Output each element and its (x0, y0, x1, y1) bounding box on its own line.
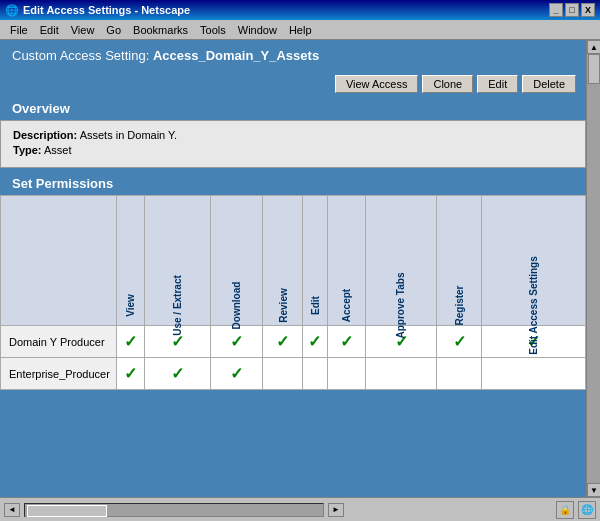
titlebar-controls[interactable]: _ □ X (549, 3, 595, 17)
cell-0-4: ✓ (303, 326, 328, 358)
menu-tools[interactable]: Tools (194, 23, 232, 37)
checkmark-icon: ✓ (230, 333, 243, 350)
col-label-accept: Accept (341, 289, 352, 322)
checkmark-icon: ✓ (124, 365, 137, 382)
col-label-register: Register (454, 285, 465, 325)
header-prefix: Custom Access Setting: (12, 48, 153, 63)
col-label-edit-access: Edit Access Settings (528, 256, 539, 355)
menu-go[interactable]: Go (100, 23, 127, 37)
col-header-review: Review (263, 196, 303, 326)
menu-bookmarks[interactable]: Bookmarks (127, 23, 194, 37)
checkmark-icon: ✓ (124, 333, 137, 350)
col-header-edit: Edit (303, 196, 328, 326)
cell-1-4 (303, 358, 328, 390)
cell-1-8 (482, 358, 586, 390)
status-icon-2: 🌐 (578, 501, 596, 519)
checkmark-icon: ✓ (308, 333, 321, 350)
statusbar: ◄ ► 🔒 🌐 (0, 497, 600, 521)
cell-1-0: ✓ (116, 358, 144, 390)
h-scroll-track (24, 503, 324, 517)
cell-1-2: ✓ (210, 358, 263, 390)
window-title: Edit Access Settings - Netscape (23, 4, 190, 16)
cell-1-1: ✓ (145, 358, 211, 390)
cell-0-0: ✓ (116, 326, 144, 358)
view-access-button[interactable]: View Access (335, 75, 419, 93)
col-header-approve-tabs: Approve Tabs (366, 196, 437, 326)
type-value: Asset (44, 144, 72, 156)
header-title: Access_Domain_Y_Assets (153, 48, 319, 63)
permissions-table-container: View Use / Extract Download (0, 195, 586, 390)
cell-1-3 (263, 358, 303, 390)
table-row: Domain Y Producer✓✓✓✓✓✓✓✓✓ (1, 326, 586, 358)
edit-button[interactable]: Edit (477, 75, 518, 93)
col-label-download: Download (231, 282, 242, 330)
menu-help[interactable]: Help (283, 23, 318, 37)
overview-section-header: Overview (0, 97, 586, 120)
h-scroll-left-button[interactable]: ◄ (4, 503, 20, 517)
col-header-accept: Accept (327, 196, 366, 326)
col-header-download: Download (210, 196, 263, 326)
clone-button[interactable]: Clone (422, 75, 473, 93)
col-header-use-extract: Use / Extract (145, 196, 211, 326)
menu-file[interactable]: File (4, 23, 34, 37)
description-value: Assets in Domain Y. (80, 129, 177, 141)
table-row: Enterprise_Producer✓✓✓ (1, 358, 586, 390)
checkmark-icon: ✓ (340, 333, 353, 350)
page-header: Custom Access Setting: Access_Domain_Y_A… (0, 40, 586, 71)
action-toolbar: View Access Clone Edit Delete (0, 71, 586, 97)
description-label: Description: (13, 129, 77, 141)
table-header-row: View Use / Extract Download (1, 196, 586, 326)
cell-1-7 (437, 358, 482, 390)
cell-0-5: ✓ (327, 326, 366, 358)
checkmark-icon: ✓ (171, 365, 184, 382)
h-scroll-right-button[interactable]: ► (328, 503, 344, 517)
window-titlebar: 🌐 Edit Access Settings - Netscape _ □ X (0, 0, 600, 20)
scroll-track (587, 54, 600, 483)
permissions-table: View Use / Extract Download (0, 195, 586, 390)
checkmark-icon: ✓ (276, 333, 289, 350)
cell-1-6 (366, 358, 437, 390)
row-name-0: Domain Y Producer (1, 326, 117, 358)
type-row: Type: Asset (13, 144, 573, 156)
permissions-section: Set Permissions View (0, 172, 586, 390)
cell-0-7: ✓ (437, 326, 482, 358)
col-header-view: View (116, 196, 144, 326)
menu-window[interactable]: Window (232, 23, 283, 37)
type-label: Type: (13, 144, 42, 156)
main-content: Custom Access Setting: Access_Domain_Y_A… (0, 40, 600, 497)
cell-1-5 (327, 358, 366, 390)
delete-button[interactable]: Delete (522, 75, 576, 93)
maximize-button[interactable]: □ (565, 3, 579, 17)
h-scroll-thumb[interactable] (27, 505, 107, 517)
col-header-register: Register (437, 196, 482, 326)
col-label-approve-tabs: Approve Tabs (396, 273, 407, 339)
cell-0-3: ✓ (263, 326, 303, 358)
vertical-scrollbar[interactable]: ▲ ▼ (586, 40, 600, 497)
col-header-edit-access: Edit Access Settings (482, 196, 586, 326)
titlebar-left: 🌐 Edit Access Settings - Netscape (5, 4, 190, 17)
menubar: File Edit View Go Bookmarks Tools Window… (0, 20, 600, 40)
cell-0-2: ✓ (210, 326, 263, 358)
status-icon-1: 🔒 (556, 501, 574, 519)
titlebar-icon: 🌐 (5, 4, 19, 17)
scroll-down-button[interactable]: ▼ (587, 483, 600, 497)
col-label-view: View (125, 294, 136, 317)
scroll-thumb[interactable] (588, 54, 600, 84)
row-name-1: Enterprise_Producer (1, 358, 117, 390)
col-header-name (1, 196, 117, 326)
overview-section-body: Description: Assets in Domain Y. Type: A… (0, 120, 586, 168)
minimize-button[interactable]: _ (549, 3, 563, 17)
scroll-up-button[interactable]: ▲ (587, 40, 600, 54)
menu-view[interactable]: View (65, 23, 101, 37)
checkmark-icon: ✓ (453, 333, 466, 350)
col-label-use-extract: Use / Extract (172, 275, 183, 336)
permissions-section-header: Set Permissions (0, 172, 586, 195)
close-button[interactable]: X (581, 3, 595, 17)
col-label-review: Review (277, 288, 288, 322)
checkmark-icon: ✓ (230, 365, 243, 382)
description-row: Description: Assets in Domain Y. (13, 129, 573, 141)
col-label-edit: Edit (309, 296, 320, 315)
menu-edit[interactable]: Edit (34, 23, 65, 37)
